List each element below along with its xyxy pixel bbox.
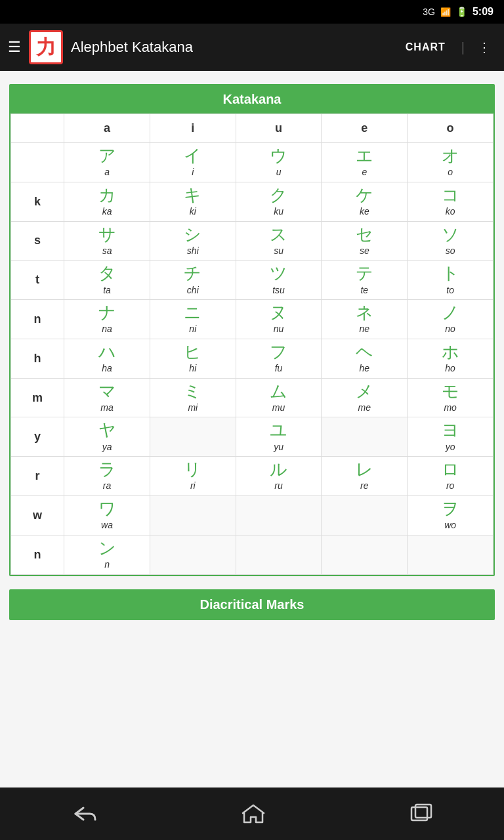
kana-cell[interactable] (408, 535, 494, 574)
kana-cell[interactable] (236, 535, 322, 574)
kana-character: モ (409, 381, 492, 402)
kana-cell[interactable]: ネne (322, 300, 408, 339)
recents-button[interactable] (389, 797, 452, 831)
kana-character: オ (409, 146, 492, 166)
kana-cell[interactable]: ヤya (64, 417, 150, 457)
kana-cell[interactable]: ヘhe (322, 339, 408, 378)
kana-character: ナ (66, 303, 148, 323)
kana-romanization: se (323, 245, 406, 258)
kana-character: ア (66, 146, 148, 166)
kana-cell[interactable] (322, 417, 408, 457)
kana-romanization: ke (323, 205, 406, 219)
kana-cell[interactable]: キki (150, 182, 236, 221)
kana-cell[interactable]: ムmu (236, 378, 322, 417)
kana-character: チ (152, 263, 234, 284)
kana-cell[interactable] (322, 535, 408, 574)
kana-cell[interactable]: マma (64, 378, 150, 417)
kana-cell[interactable]: シshi (150, 221, 236, 261)
table-row: nンn (11, 535, 494, 574)
kana-cell[interactable]: ナna (64, 300, 150, 339)
kana-character: ム (238, 381, 320, 402)
kana-romanization: wo (409, 519, 492, 532)
logo-kanji: 力 (36, 34, 56, 61)
kana-cell[interactable] (150, 535, 236, 574)
kana-character: ユ (238, 420, 320, 440)
kana-cell[interactable]: ノno (408, 300, 494, 339)
kana-cell[interactable]: アa (64, 143, 150, 182)
kana-cell[interactable]: ルru (236, 457, 322, 496)
kana-character: ミ (152, 381, 234, 402)
back-button[interactable] (52, 797, 117, 830)
kana-character: テ (323, 263, 406, 284)
col-header-a: a (64, 114, 150, 143)
kana-cell[interactable]: ンn (64, 535, 150, 574)
kana-character: ホ (409, 342, 492, 362)
kana-romanization: to (409, 284, 492, 297)
more-options-icon[interactable]: ⋮ (472, 34, 496, 60)
kana-cell[interactable]: トto (408, 261, 494, 300)
kana-cell[interactable]: カka (64, 182, 150, 221)
kana-cell[interactable]: チchi (150, 261, 236, 300)
kana-cell[interactable]: ウu (236, 143, 322, 182)
app-bar: ☰ 力 Alephbet Katakana CHART | ⋮ (0, 24, 504, 71)
kana-romanization: ru (238, 480, 320, 493)
kana-cell[interactable] (150, 496, 236, 536)
kana-cell[interactable]: スsu (236, 221, 322, 261)
row-header-cell: k (11, 182, 64, 221)
kana-cell[interactable]: モmo (408, 378, 494, 417)
table-row: mマmaミmiムmuメmeモmo (11, 378, 494, 417)
hamburger-icon[interactable]: ☰ (8, 39, 21, 56)
kana-cell[interactable]: イi (150, 143, 236, 182)
kana-character: ト (409, 263, 492, 284)
kana-cell[interactable]: オo (408, 143, 494, 182)
kana-cell[interactable]: ヲwo (408, 496, 494, 536)
kana-cell[interactable]: サsa (64, 221, 150, 261)
kana-cell[interactable]: セse (322, 221, 408, 261)
kana-romanization: ra (66, 480, 148, 493)
kana-romanization: mo (409, 402, 492, 415)
kana-cell[interactable]: ロro (408, 457, 494, 496)
kana-cell[interactable]: ツtsu (236, 261, 322, 300)
row-header-cell: r (11, 457, 64, 496)
kana-cell[interactable]: クku (236, 182, 322, 221)
kana-cell[interactable] (150, 417, 236, 457)
kana-character: エ (323, 146, 406, 166)
kana-romanization: e (323, 166, 406, 179)
table-row: nナnaニniヌnuネneノno (11, 300, 494, 339)
kana-cell[interactable]: タta (64, 261, 150, 300)
kana-cell[interactable]: ユyu (236, 417, 322, 457)
kana-character: カ (66, 185, 148, 205)
kana-cell[interactable]: ソso (408, 221, 494, 261)
kana-cell[interactable]: ヨyo (408, 417, 494, 457)
kana-character: リ (152, 459, 234, 480)
kana-cell[interactable]: ヌnu (236, 300, 322, 339)
signal-icon: 📶 (440, 7, 451, 17)
kana-romanization: na (66, 323, 148, 336)
kana-cell[interactable] (236, 496, 322, 536)
kana-cell[interactable] (322, 496, 408, 536)
kana-character: セ (323, 224, 406, 245)
kana-cell[interactable]: メme (322, 378, 408, 417)
kana-cell[interactable]: フfu (236, 339, 322, 378)
home-button[interactable] (222, 796, 285, 831)
kana-cell[interactable]: ヒhi (150, 339, 236, 378)
kana-romanization: wa (66, 519, 148, 532)
kana-cell[interactable]: ホho (408, 339, 494, 378)
kana-cell[interactable]: ラra (64, 457, 150, 496)
kana-character: フ (238, 342, 320, 362)
kana-cell[interactable]: ニni (150, 300, 236, 339)
kana-cell[interactable]: リri (150, 457, 236, 496)
row-header-cell: n (11, 535, 64, 574)
row-header-cell (11, 143, 64, 182)
kana-cell[interactable]: コko (408, 182, 494, 221)
kana-cell[interactable]: ミmi (150, 378, 236, 417)
kana-character: ロ (409, 459, 492, 480)
kana-cell[interactable]: レre (322, 457, 408, 496)
kana-cell[interactable]: ハha (64, 339, 150, 378)
chart-button[interactable]: CHART (398, 36, 453, 58)
kana-cell[interactable]: テte (322, 261, 408, 300)
kana-cell[interactable]: エe (322, 143, 408, 182)
kana-cell[interactable]: ワwa (64, 496, 150, 536)
kana-cell[interactable]: ケke (322, 182, 408, 221)
battery-icon: 🔋 (456, 7, 467, 17)
